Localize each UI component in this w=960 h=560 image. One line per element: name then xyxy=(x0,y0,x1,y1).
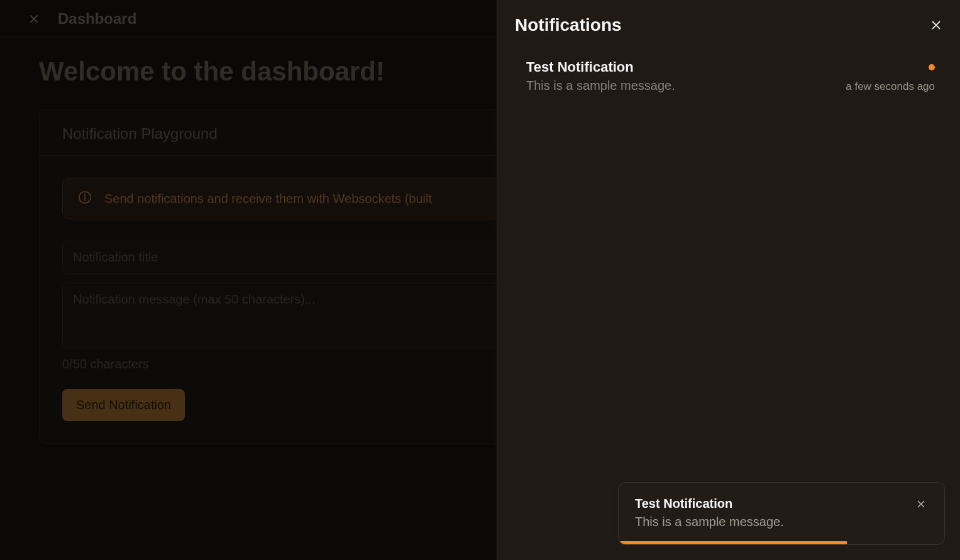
notification-item-title: Test Notification xyxy=(526,59,634,75)
send-notification-button[interactable]: Send Notification xyxy=(62,389,185,421)
info-icon xyxy=(78,190,92,207)
page-title: Dashboard xyxy=(58,10,136,28)
notification-item[interactable]: Test Notification This is a sample messa… xyxy=(515,59,945,98)
toast-close-icon[interactable] xyxy=(914,497,928,511)
notifications-panel: Notifications Test Notification This is … xyxy=(497,0,960,560)
close-icon[interactable] xyxy=(25,10,43,28)
svg-point-4 xyxy=(84,194,85,195)
close-panel-icon[interactable] xyxy=(927,16,945,34)
panel-title: Notifications xyxy=(515,15,622,35)
toast-message: This is a sample message. xyxy=(635,515,928,529)
unread-dot-icon xyxy=(929,64,935,70)
notification-item-time: a few seconds ago xyxy=(846,80,935,93)
toast-title: Test Notification xyxy=(635,497,732,511)
toast: Test Notification This is a sample messa… xyxy=(618,482,945,545)
info-alert-text: Send notifications and receive them with… xyxy=(104,192,432,206)
panel-header: Notifications xyxy=(515,15,945,35)
toast-progress-bar xyxy=(619,541,847,544)
notification-item-message: This is a sample message. xyxy=(526,79,675,93)
